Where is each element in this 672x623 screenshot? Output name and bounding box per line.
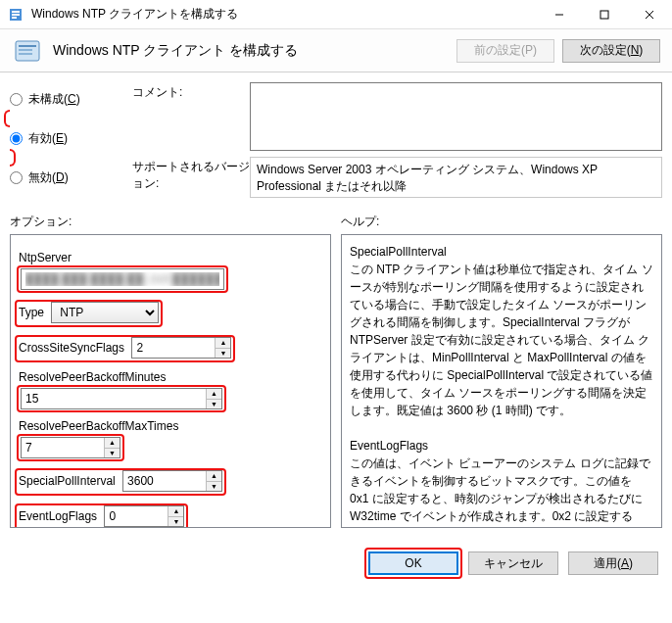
- options-title: オプション:: [10, 214, 331, 230]
- close-button[interactable]: [627, 0, 672, 29]
- crosssite-label: CrossSiteSyncFlags: [19, 341, 124, 355]
- spi-input[interactable]: [123, 471, 206, 491]
- header-title: Windows NTP クライアント を構成する: [53, 42, 449, 60]
- spin-down[interactable]: ▼: [207, 400, 221, 409]
- help-p1: この NTP クライアント値は秒単位で指定され、タイム ソースが特別なポーリング…: [350, 261, 653, 419]
- elf-input[interactable]: [105, 506, 168, 526]
- help-p2: この値は、イベント ビューアーのシステム ログに記録できるイベントを制御するビッ…: [350, 455, 653, 528]
- elf-label: EventLogFlags: [19, 509, 97, 523]
- supported-text: Windows Server 2003 オペレーティング システム、Window…: [250, 157, 662, 198]
- spin-up[interactable]: ▲: [207, 471, 221, 482]
- spin-up[interactable]: ▲: [168, 506, 183, 517]
- minimize-button[interactable]: [537, 0, 582, 29]
- spin-down[interactable]: ▼: [105, 449, 120, 458]
- ok-button[interactable]: OK: [368, 551, 458, 575]
- spin-down[interactable]: ▼: [168, 517, 183, 527]
- next-setting-button[interactable]: 次の設定(N): [562, 39, 660, 63]
- svg-rect-10: [19, 49, 32, 51]
- supported-label: サポートされるバージョン:: [132, 157, 250, 192]
- ntpserver-input[interactable]: [21, 268, 224, 290]
- svg-rect-5: [600, 11, 608, 19]
- app-icon: [8, 7, 24, 23]
- titlebar: Windows NTP クライアントを構成する: [0, 0, 672, 29]
- spin-down[interactable]: ▼: [216, 349, 230, 359]
- help-title: ヘルプ:: [341, 214, 662, 230]
- spin-down[interactable]: ▼: [207, 482, 221, 492]
- rpbm-label: ResolvePeerBackoffMinutes: [19, 368, 322, 386]
- rpbmt-input[interactable]: [22, 438, 104, 457]
- spin-up[interactable]: ▲: [105, 438, 120, 449]
- options-panel: NtpServer Type NTP CrossSiteSyncFlags ▲▼: [10, 234, 331, 528]
- radio-not-configured[interactable]: 未構成(C): [10, 86, 122, 112]
- policy-icon: [12, 35, 43, 67]
- svg-rect-2: [12, 14, 20, 16]
- maximize-button[interactable]: [582, 0, 627, 29]
- radio-enabled[interactable]: 有効(E): [10, 125, 122, 151]
- comment-label: コメント:: [132, 82, 250, 101]
- content: 未構成(C) 有効(E) 無効(D) コメント: サポートされるバージョン: W…: [0, 72, 672, 587]
- footer-buttons: OK キャンセル 適用(A): [368, 551, 658, 575]
- prev-setting-button: 前の設定(P): [456, 39, 554, 63]
- spi-label: SpecialPollInterval: [19, 474, 116, 488]
- help-h1: SpecialPollInterval: [350, 243, 653, 261]
- state-group: 未構成(C) 有効(E) 無効(D): [10, 82, 122, 204]
- cancel-button[interactable]: キャンセル: [468, 551, 558, 575]
- svg-rect-9: [19, 45, 36, 47]
- spin-up[interactable]: ▲: [207, 389, 221, 400]
- comment-textarea[interactable]: [250, 82, 662, 151]
- apply-button[interactable]: 適用(A): [568, 551, 658, 575]
- spin-up[interactable]: ▲: [216, 338, 230, 349]
- window-title: Windows NTP クライアントを構成する: [31, 6, 537, 23]
- crosssite-input[interactable]: [132, 338, 215, 358]
- radio-disabled[interactable]: 無効(D): [10, 165, 122, 190]
- ntpserver-label: NtpServer: [19, 249, 322, 266]
- svg-rect-11: [19, 53, 32, 55]
- type-select[interactable]: NTP: [51, 302, 159, 323]
- svg-rect-3: [12, 17, 17, 19]
- header: Windows NTP クライアント を構成する 前の設定(P) 次の設定(N): [0, 29, 672, 72]
- rpbm-input[interactable]: [22, 389, 206, 408]
- type-label: Type: [19, 306, 44, 319]
- help-panel[interactable]: SpecialPollInterval この NTP クライアント値は秒単位で指…: [341, 234, 662, 528]
- svg-rect-1: [12, 11, 20, 13]
- rpbmt-label: ResolvePeerBackoffMaxTimes: [19, 417, 322, 435]
- help-h2: EventLogFlags: [350, 437, 653, 455]
